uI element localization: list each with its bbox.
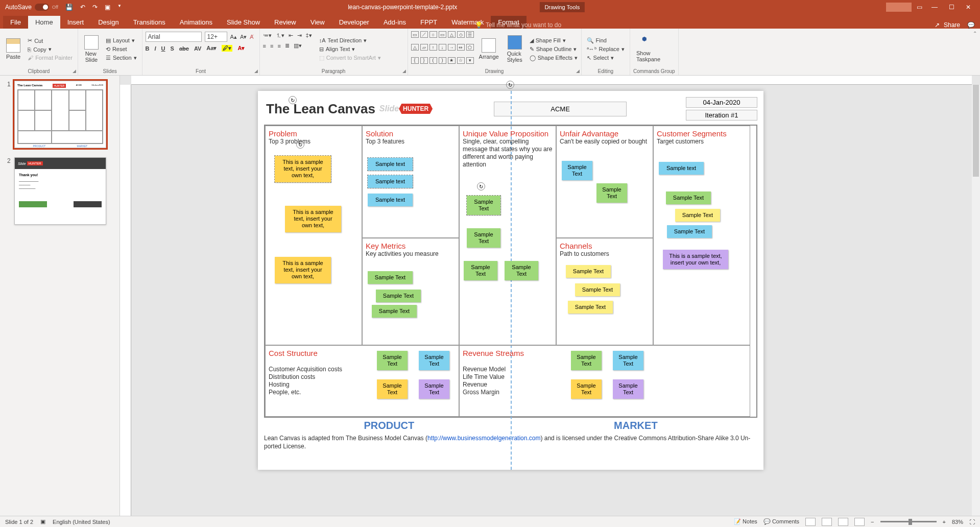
sticky-note[interactable]: Sample Text	[571, 351, 602, 370]
sticky-note[interactable]: Sample text	[368, 158, 413, 171]
ribbon-options-icon[interactable]: ▭	[917, 4, 922, 11]
sticky-note[interactable]: Sample Text	[467, 228, 500, 248]
sticky-note[interactable]: Sample Text	[368, 271, 413, 284]
columns-icon[interactable]: ▥▾	[294, 42, 302, 49]
cell-advantage[interactable]: Unfair Advantage Can't be easily copied …	[556, 126, 653, 238]
sticky-note[interactable]: Sample Text	[596, 183, 627, 203]
decrease-font-icon[interactable]: A▾	[240, 34, 247, 40]
zoom-out-button[interactable]: −	[871, 519, 874, 525]
cell-metrics[interactable]: Key Metrics Key activities you measure S…	[362, 238, 459, 345]
format-painter-button[interactable]: 🖌Format Painter	[26, 54, 75, 61]
new-slide-button[interactable]: New Slide	[81, 30, 102, 68]
numbering-icon[interactable]: ⒈▾	[276, 32, 284, 39]
increase-font-icon[interactable]: A▴	[230, 34, 237, 40]
show-taskpane-button[interactable]: ⬢Show Taskpane	[633, 30, 663, 68]
sticky-note[interactable]: Sample Text	[667, 225, 712, 238]
save-icon[interactable]: 💾	[65, 4, 73, 11]
accessibility-icon[interactable]: ▣	[40, 518, 45, 525]
tell-me-search[interactable]: 💡 Tell me what you want to do	[475, 21, 561, 29]
footnote-link[interactable]: http://www.businessmodelgeneration.com	[427, 435, 540, 442]
align-text-button[interactable]: ⊟Align Text ▾	[317, 45, 383, 53]
align-left-icon[interactable]: ≡	[263, 43, 266, 49]
zoom-in-button[interactable]: +	[943, 519, 946, 525]
comments-button[interactable]: 💬 Comments	[763, 518, 799, 525]
clear-format-icon[interactable]: A̸	[250, 34, 254, 40]
slide-counter[interactable]: Slide 1 of 2	[5, 519, 33, 525]
line-spacing-icon[interactable]: ‡▾	[306, 32, 312, 39]
cell-uvp[interactable]: Unique Value Proposition Single, clear, …	[459, 126, 556, 345]
sticky-note[interactable]: Sample Text	[372, 305, 417, 318]
share-button[interactable]: Share	[944, 21, 960, 29]
canvas-title[interactable]: The Lean Canvas	[266, 101, 375, 117]
reading-view-button[interactable]	[838, 518, 848, 526]
notes-button[interactable]: 📝 Notes	[734, 518, 757, 525]
tab-addins[interactable]: Add-ins	[376, 16, 413, 29]
tab-slideshow[interactable]: Slide Show	[220, 16, 267, 29]
redo-icon[interactable]: ↷	[92, 4, 98, 11]
sticky-note[interactable]: This is a sample text, insert your own t…	[275, 156, 331, 182]
clipboard-launcher[interactable]: ◢	[73, 68, 76, 74]
rotate-handle[interactable]	[289, 96, 297, 104]
iteration-field[interactable]: Iteration #1	[686, 110, 757, 121]
bullets-icon[interactable]: ≔▾	[263, 32, 272, 39]
tab-developer[interactable]: Developer	[332, 16, 376, 29]
cell-revenue[interactable]: Revenue Streams Revenue Model Life Time …	[459, 345, 750, 417]
slide-thumbnail-1[interactable]: 1 The Lean CanvasHUNTERACME04-Jan-2020 P…	[7, 81, 119, 148]
rotate-handle[interactable]	[477, 182, 485, 190]
cell-problem[interactable]: Problem Top 3 problems This is a sample …	[265, 126, 362, 345]
text-direction-button[interactable]: ↕AText Direction ▾	[317, 37, 383, 44]
italic-button[interactable]: I	[155, 45, 156, 52]
sticky-note[interactable]: Sample Text	[505, 261, 538, 280]
tab-review[interactable]: Review	[267, 16, 303, 29]
slideshow-view-button[interactable]	[854, 518, 865, 526]
zoom-slider[interactable]	[880, 521, 937, 522]
strike-button[interactable]: abc	[179, 45, 189, 52]
sticky-note[interactable]: Sample Text	[575, 283, 620, 296]
decrease-indent-icon[interactable]: ⇤	[289, 32, 293, 39]
align-center-icon[interactable]: ≡	[270, 43, 273, 49]
zoom-level[interactable]: 83%	[952, 519, 963, 525]
sticky-note[interactable]: Sample Text	[464, 261, 497, 280]
replace-button[interactable]: ᵃ↔ᵇReplace ▾	[585, 45, 627, 53]
shapes-gallery[interactable]: ▭／○▭△◇☰ △▱↑↓→⇔⬠ {}()★☆▾	[411, 30, 474, 68]
underline-button[interactable]: U	[161, 45, 165, 52]
shape-fill-button[interactable]: ◢Shape Fill ▾	[528, 37, 580, 44]
sticky-note[interactable]: Sample Text	[419, 351, 449, 370]
slideshow-icon[interactable]: ▣	[105, 4, 110, 11]
sticky-note[interactable]: Sample text	[368, 175, 413, 188]
tab-transitions[interactable]: Transitions	[126, 16, 173, 29]
sticky-note[interactable]: Sample text	[659, 162, 704, 175]
paste-button[interactable]: Paste	[3, 30, 23, 68]
sticky-note[interactable]: Sample Text	[419, 379, 449, 399]
sticky-note[interactable]: Sample Text	[467, 196, 500, 215]
autosave-toggle[interactable]: AutoSave Off	[5, 4, 58, 11]
shape-effects-button[interactable]: ◯Shape Effects ▾	[528, 54, 580, 62]
cell-cost[interactable]: Cost Structure Customer Acquisition cost…	[265, 345, 459, 417]
copy-button[interactable]: ⎘Copy ▾	[26, 45, 75, 53]
sticky-note[interactable]: Sample Text	[613, 351, 643, 370]
increase-indent-icon[interactable]: ⇥	[297, 32, 302, 39]
dropdown-icon[interactable]: ▼	[117, 4, 122, 11]
close-button[interactable]: ✕	[966, 4, 971, 11]
sticky-note[interactable]: Sample Text	[675, 209, 720, 222]
sticky-note[interactable]: Sample Text	[376, 290, 421, 302]
tab-view[interactable]: View	[303, 16, 332, 29]
rotate-handle[interactable]	[296, 140, 304, 149]
shadow-button[interactable]: S	[171, 45, 174, 52]
normal-view-button[interactable]	[805, 518, 816, 526]
arrange-button[interactable]: Arrange	[476, 30, 502, 68]
find-button[interactable]: 🔍Find	[585, 37, 627, 44]
user-avatar[interactable]	[886, 3, 912, 12]
align-right-icon[interactable]: ≡	[277, 43, 280, 49]
tab-fppt[interactable]: FPPT	[413, 16, 444, 29]
slide-thumbnail-2[interactable]: 2 SlideHUNTER Thank you! ━━━━━━━━━━━━━━━…	[7, 157, 119, 225]
shape-outline-button[interactable]: ✎Shape Outline ▾	[528, 45, 580, 53]
sticky-note[interactable]: Sample Text	[377, 379, 408, 399]
sticky-note[interactable]: Sample Text	[562, 161, 592, 180]
cell-segments[interactable]: Customer Segments Target customers Sampl…	[653, 126, 750, 345]
justify-icon[interactable]: ≣	[285, 42, 290, 49]
fit-to-window-button[interactable]: ⛶	[969, 519, 975, 525]
date-field[interactable]: 04-Jan-2020	[686, 97, 757, 108]
sticky-note[interactable]: Sample Text	[666, 191, 711, 204]
change-case-button[interactable]: Aa▾	[206, 45, 217, 52]
